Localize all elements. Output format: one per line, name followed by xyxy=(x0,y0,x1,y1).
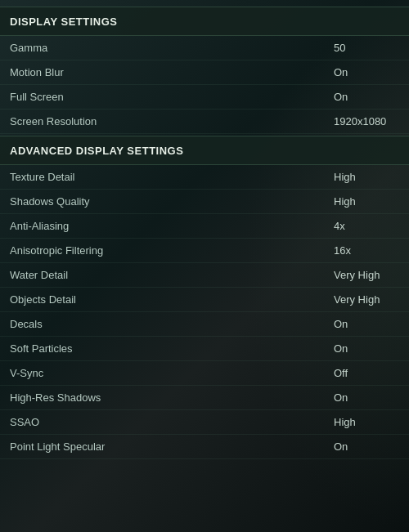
advanced-value-5: Very High xyxy=(334,293,399,306)
display-value-1: On xyxy=(334,66,399,78)
advanced-row-3[interactable]: Anisotropic Filtering 16x xyxy=(0,239,409,263)
advanced-value-3: 16x xyxy=(334,244,399,257)
advanced-value-8: Off xyxy=(334,367,399,379)
advanced-label-4: Water Detail xyxy=(10,269,68,281)
advanced-row-4[interactable]: Water Detail Very High xyxy=(0,263,409,288)
display-value-0: 50 xyxy=(334,42,399,54)
advanced-value-0: High xyxy=(334,171,399,183)
display-value-3: 1920x1080 xyxy=(334,115,399,127)
advanced-value-10: High xyxy=(334,416,399,428)
advanced-row-2[interactable]: Anti-Aliasing 4x xyxy=(0,214,409,239)
display-row-0[interactable]: Gamma 50 xyxy=(0,36,409,60)
display-label-2: Full Screen xyxy=(10,91,64,103)
advanced-row-9[interactable]: High-Res Shadows On xyxy=(0,386,409,410)
display-label-1: Motion Blur xyxy=(10,66,64,78)
advanced-row-0[interactable]: Texture Detail High xyxy=(0,165,409,190)
advanced-value-4: Very High xyxy=(334,269,399,281)
display-value-2: On xyxy=(334,91,399,103)
advanced-label-10: SSAO xyxy=(10,416,39,428)
advanced-label-7: Soft Particles xyxy=(10,342,73,355)
display-settings-rows: Gamma 50 Motion Blur On Full Screen On S… xyxy=(0,36,409,134)
advanced-value-2: 4x xyxy=(334,220,399,232)
advanced-value-1: High xyxy=(334,195,399,208)
display-label-3: Screen Resolution xyxy=(10,115,97,127)
advanced-label-11: Point Light Specular xyxy=(10,440,105,453)
display-row-1[interactable]: Motion Blur On xyxy=(0,60,409,85)
advanced-row-1[interactable]: Shadows Quality High xyxy=(0,190,409,214)
advanced-row-6[interactable]: Decals On xyxy=(0,312,409,337)
advanced-row-11[interactable]: Point Light Specular On xyxy=(0,435,409,459)
advanced-value-11: On xyxy=(334,440,399,453)
advanced-label-8: V-Sync xyxy=(10,367,43,379)
advanced-label-9: High-Res Shadows xyxy=(10,391,101,404)
advanced-label-2: Anti-Aliasing xyxy=(10,220,69,232)
advanced-value-7: On xyxy=(334,342,399,355)
advanced-label-6: Decals xyxy=(10,318,43,330)
display-label-0: Gamma xyxy=(10,42,47,54)
advanced-label-3: Anisotropic Filtering xyxy=(10,244,103,257)
display-settings-header: DISPLAY SETTINGS xyxy=(0,7,409,36)
advanced-settings-header: ADVANCED DISPLAY SETTINGS xyxy=(0,136,409,165)
advanced-label-5: Objects Detail xyxy=(10,293,76,306)
advanced-value-6: On xyxy=(334,318,399,330)
display-row-2[interactable]: Full Screen On xyxy=(0,85,409,110)
display-row-3[interactable]: Screen Resolution 1920x1080 xyxy=(0,110,409,134)
advanced-row-7[interactable]: Soft Particles On xyxy=(0,337,409,361)
display-settings-title: DISPLAY SETTINGS xyxy=(10,16,118,28)
advanced-label-0: Texture Detail xyxy=(10,171,74,183)
advanced-label-1: Shadows Quality xyxy=(10,195,90,208)
advanced-value-9: On xyxy=(334,391,399,404)
advanced-row-5[interactable]: Objects Detail Very High xyxy=(0,288,409,312)
settings-container: DISPLAY SETTINGS Gamma 50 Motion Blur On… xyxy=(0,0,409,466)
advanced-row-10[interactable]: SSAO High xyxy=(0,410,409,435)
advanced-row-8[interactable]: V-Sync Off xyxy=(0,361,409,386)
advanced-settings-title: ADVANCED DISPLAY SETTINGS xyxy=(10,145,183,157)
advanced-settings-rows: Texture Detail High Shadows Quality High… xyxy=(0,165,409,459)
